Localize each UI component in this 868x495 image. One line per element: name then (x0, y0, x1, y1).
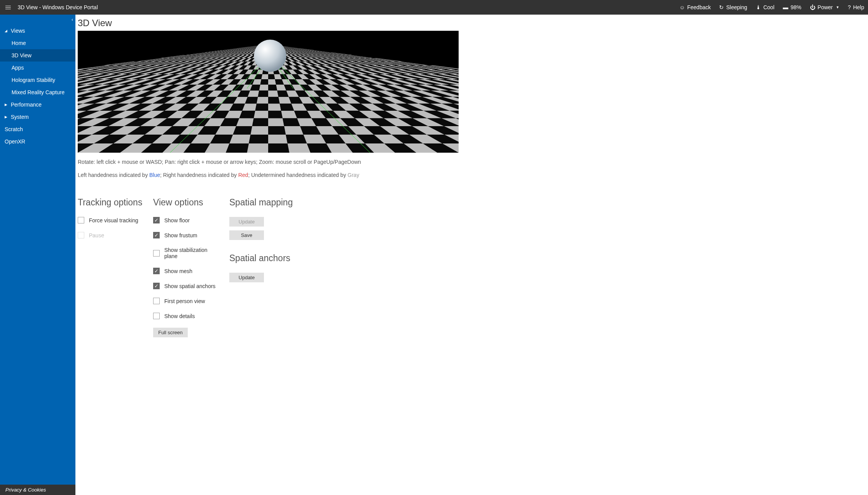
handedness-left-text: Left handedness indicated by (78, 172, 149, 178)
battery-label: 98% (791, 4, 801, 10)
tracking-options-title: Tracking options (78, 197, 142, 208)
handedness-gray: Gray (347, 172, 359, 178)
sidebar-group-views-label: Views (11, 28, 25, 34)
chevron-down-icon: ▼ (836, 5, 839, 9)
pause-label: Pause (89, 232, 104, 238)
history-icon: ↻ (719, 4, 724, 10)
svg-marker-521 (255, 103, 268, 111)
svg-marker-761 (259, 85, 268, 90)
show-spatial-anchors-label: Show spatial anchors (164, 283, 215, 289)
show-floor-checkbox[interactable]: ✓ (153, 217, 160, 223)
sidebar-item-scratch[interactable]: Scratch (0, 123, 75, 135)
caret-down-icon: ◢ (5, 29, 8, 33)
help-button[interactable]: ? Help (848, 4, 864, 10)
show-details-checkbox[interactable] (153, 313, 160, 319)
view-options-panel: View options ✓Show floor ✓Show frustum S… (153, 197, 219, 341)
svg-marker-201 (249, 135, 268, 143)
spatial-anchors-title: Spatial anchors (229, 253, 299, 263)
svg-marker-762 (268, 85, 277, 90)
svg-marker-602 (268, 97, 280, 103)
power-label: Power (818, 4, 833, 10)
show-floor-label: Show floor (164, 217, 190, 223)
svg-marker-681 (258, 90, 268, 97)
show-frustum-checkbox[interactable]: ✓ (153, 232, 160, 238)
sidebar-item-openxr[interactable]: OpenXR (0, 135, 75, 148)
show-stabilization-checkbox[interactable] (153, 250, 160, 257)
svg-marker-922 (268, 74, 275, 79)
sidebar-item-hologram-stability[interactable]: Hologram Stability (0, 74, 75, 86)
svg-marker-122 (268, 143, 289, 153)
spatial-mapping-save-button[interactable]: Save (229, 230, 264, 240)
svg-marker-601 (257, 97, 268, 103)
svg-marker-281 (250, 126, 268, 135)
feedback-button[interactable]: ☺ Feedback (679, 4, 711, 10)
svg-marker-682 (268, 90, 279, 97)
handedness-blue: Blue (149, 172, 160, 178)
feedback-label: Feedback (687, 4, 711, 10)
svg-marker-441 (254, 111, 268, 118)
show-mesh-checkbox[interactable]: ✓ (153, 268, 160, 274)
collapse-sidebar-icon[interactable]: ‹ (72, 17, 73, 22)
svg-marker-200 (229, 135, 250, 143)
view-options-title: View options (153, 197, 219, 208)
show-mesh-label: Show mesh (164, 268, 192, 274)
temperature-status[interactable]: 🌡 Cool (756, 4, 775, 10)
svg-point-1926 (254, 40, 286, 72)
sidebar-group-performance-label: Performance (11, 102, 42, 108)
sidebar-item-apps[interactable]: Apps (0, 62, 75, 74)
svg-marker-120 (226, 143, 249, 153)
full-screen-button[interactable]: Full screen (153, 328, 188, 337)
svg-marker-842 (268, 79, 276, 85)
hamburger-icon[interactable] (4, 4, 12, 11)
svg-marker-282 (268, 126, 286, 135)
svg-marker-841 (260, 79, 268, 85)
sidebar-item-home[interactable]: Home (0, 37, 75, 49)
spatial-mapping-title: Spatial mapping (229, 197, 299, 208)
app-title: 3D View - Windows Device Portal (18, 4, 98, 10)
svg-marker-280 (233, 126, 252, 135)
3d-viewport[interactable] (78, 31, 459, 153)
show-stabilization-label: Show stabilization plane (164, 247, 219, 259)
power-icon: ⏻ (810, 4, 815, 10)
titlebar: 3D View - Windows Device Portal ☺ Feedba… (0, 0, 868, 15)
svg-marker-283 (284, 126, 304, 135)
main-content: 3D View (75, 15, 868, 495)
handedness-sep1: ; Right handedness indicated by (160, 172, 238, 178)
handedness-red: Red (238, 172, 248, 178)
caret-right-icon: ▶ (5, 115, 8, 119)
page-title: 3D View (78, 18, 868, 28)
spatial-mapping-update-button: Update (229, 217, 264, 227)
svg-marker-362 (268, 118, 284, 126)
svg-marker-202 (268, 135, 287, 143)
battery-status[interactable]: ▬ 98% (783, 4, 801, 10)
question-icon: ? (848, 4, 851, 10)
sidebar-item-3dview[interactable]: 3D View (0, 49, 75, 62)
svg-marker-361 (252, 118, 268, 126)
privacy-link[interactable]: Privacy & Cookies (0, 485, 75, 495)
spatial-anchors-update-button[interactable]: Update (229, 273, 264, 282)
sidebar-group-views[interactable]: ◢Views (0, 25, 75, 37)
sleeping-status[interactable]: ↻ Sleeping (719, 4, 747, 10)
force-visual-tracking-label: Force visual tracking (89, 217, 138, 223)
sidebar-group-system[interactable]: ▶System (0, 111, 75, 123)
power-menu[interactable]: ⏻ Power ▼ (810, 4, 840, 10)
force-visual-tracking-checkbox[interactable] (78, 217, 84, 223)
battery-icon: ▬ (783, 4, 788, 10)
svg-marker-121 (247, 143, 268, 153)
first-person-view-checkbox[interactable] (153, 298, 160, 304)
temperature-label: Cool (763, 4, 775, 10)
smile-icon: ☺ (679, 4, 685, 10)
handedness-sep2: ; Undetermined handedness indicated by (248, 172, 347, 178)
sidebar-group-performance[interactable]: ▶Performance (0, 98, 75, 111)
svg-marker-123 (287, 143, 310, 153)
pause-checkbox (78, 232, 84, 238)
svg-marker-203 (286, 135, 307, 143)
sidebar-item-mrc[interactable]: Mixed Reality Capture (0, 86, 75, 98)
thermometer-icon: 🌡 (756, 4, 761, 10)
show-spatial-anchors-checkbox[interactable]: ✓ (153, 283, 160, 289)
caret-right-icon: ▶ (5, 103, 8, 107)
sidebar-group-system-label: System (11, 114, 29, 120)
svg-marker-522 (268, 103, 281, 111)
tracking-options-panel: Tracking options Force visual tracking P… (78, 197, 142, 341)
show-details-label: Show details (164, 313, 195, 319)
